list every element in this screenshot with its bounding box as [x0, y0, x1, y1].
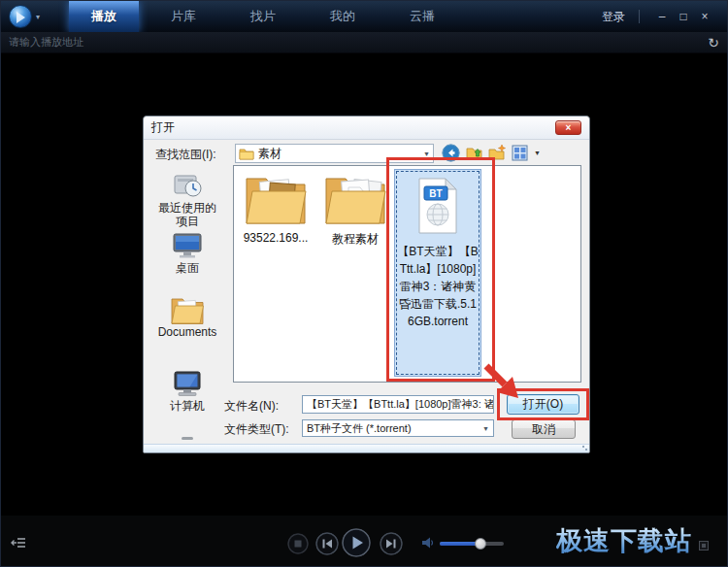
place-computer[interactable]: 计算机 [147, 369, 228, 413]
computer-icon [171, 369, 204, 398]
file-name-value: 【BT天堂】【BTtt.la】[1080p]雷神3: 诸 [307, 397, 494, 412]
app-logo-menu[interactable]: ▾ [1, 5, 55, 28]
volume-icon[interactable] [422, 537, 435, 549]
bt-badge-label: BT [429, 188, 442, 199]
topbar-right-controls: 登录 – □ × [602, 9, 727, 25]
tab-cloud[interactable]: 云播 [387, 1, 457, 32]
new-folder-icon[interactable] [488, 144, 507, 162]
desktop-icon [171, 231, 204, 260]
app-logo-icon [9, 5, 32, 28]
resize-grip[interactable] [581, 445, 587, 450]
places-scroll-hint [182, 437, 193, 440]
recent-items-icon [171, 169, 204, 200]
file-type-value: BT种子文件 (*.torrent) [307, 421, 412, 436]
minimize-button[interactable]: – [651, 10, 673, 23]
site-watermark: 极速下载站 [556, 523, 692, 558]
list-item-torrent-selected[interactable]: BT 【BT天堂】【BTtt.la】[1080p]雷神3：诸神黄昏迅雷下载.5.… [394, 169, 481, 377]
views-icon[interactable] [512, 145, 528, 161]
place-label: 最近使用的项目 [155, 201, 219, 228]
divider [639, 10, 640, 23]
file-name-label: 【BT天堂】【BTtt.la】[1080p]雷神3：诸神黄昏迅雷下载.5.16G… [397, 243, 479, 330]
place-desktop[interactable]: 桌面 [147, 231, 228, 275]
previous-button[interactable] [315, 532, 339, 555]
place-documents[interactable]: Documents [147, 295, 228, 339]
file-name-combobox[interactable]: 【BT天堂】【BTtt.la】[1080p]雷神3: 诸 ▼ [302, 395, 494, 414]
player-control-bar: 极速下载站 [1, 516, 727, 566]
cancel-button[interactable]: 取消 [512, 419, 576, 439]
place-recent-items[interactable]: 最近使用的项目 [147, 169, 228, 228]
tab-find[interactable]: 找片 [228, 1, 298, 32]
place-label: 桌面 [155, 261, 219, 275]
look-in-combobox[interactable]: 素材 ▼ [235, 144, 434, 163]
folder-icon [244, 172, 308, 226]
login-button[interactable]: 登录 [602, 9, 625, 25]
back-icon[interactable] [442, 144, 460, 162]
torrent-file-icon: BT [415, 178, 460, 234]
maximize-button[interactable]: □ [673, 10, 694, 23]
volume-slider[interactable] [440, 542, 504, 546]
top-navigation-bar: ▾ 播放 片库 找片 我的 云播 登录 – □ × [1, 1, 727, 32]
player-window: ▾ 播放 片库 找片 我的 云播 登录 – □ × 请输入播放地址 ↻ 打开 ×… [0, 0, 728, 567]
file-name-label: 93522.169... [240, 231, 312, 245]
file-type-label: 文件类型(T): [224, 421, 289, 438]
file-list: 93522.169... 教程素材 [233, 165, 581, 383]
tab-mine[interactable]: 我的 [308, 1, 378, 32]
folder-icon [323, 172, 387, 226]
play-button[interactable] [342, 528, 371, 557]
look-in-label: 查找范围(I): [155, 147, 216, 163]
open-file-dialog: 打开 × 查找范围(I): 素材 ▼ [143, 116, 590, 453]
stop-button[interactable] [287, 533, 309, 554]
playback-address-bar: 请输入播放地址 ↻ [1, 32, 727, 53]
tab-library[interactable]: 片库 [149, 1, 218, 32]
next-button[interactable] [380, 532, 403, 555]
main-tabs: 播放 片库 找片 我的 云播 [69, 1, 467, 32]
file-name-label: 文件名(N): [224, 398, 279, 415]
open-button[interactable]: 打开(O) [507, 394, 579, 415]
documents-folder-icon [170, 295, 205, 324]
playlist-toggle-icon[interactable] [11, 537, 26, 549]
chevron-down-icon[interactable]: ▼ [423, 150, 430, 157]
place-label: 计算机 [155, 399, 219, 413]
look-in-value: 素材 [258, 146, 281, 162]
dialog-toolbar: ▼ [442, 144, 541, 162]
dialog-close-button[interactable]: × [555, 120, 581, 135]
folder-icon [239, 148, 254, 160]
places-bar: 最近使用的项目 桌面 Documents [147, 165, 228, 449]
volume-slider-thumb[interactable] [475, 538, 486, 550]
up-folder-icon[interactable] [465, 144, 483, 162]
dialog-status-strip [144, 444, 589, 452]
refresh-icon[interactable]: ↻ [708, 36, 719, 50]
file-name-label: 教程素材 [319, 231, 391, 248]
place-label: Documents [155, 325, 219, 339]
address-input[interactable]: 请输入播放地址 [9, 35, 708, 50]
watermark-corner-icon [699, 541, 709, 550]
dialog-titlebar[interactable]: 打开 × [144, 117, 589, 140]
list-item-folder[interactable]: 93522.169... [240, 172, 312, 245]
views-dropdown-caret-icon[interactable]: ▼ [534, 150, 541, 156]
close-button[interactable]: × [694, 10, 715, 23]
dialog-title: 打开 [151, 119, 175, 136]
look-in-row: 查找范围(I): 素材 ▼ [144, 143, 589, 164]
logo-dropdown-caret-icon[interactable]: ▾ [36, 13, 40, 21]
tab-play[interactable]: 播放 [69, 1, 139, 32]
list-item-folder[interactable]: 教程素材 [319, 172, 391, 248]
chevron-down-icon[interactable]: ▼ [482, 425, 489, 432]
file-type-combobox[interactable]: BT种子文件 (*.torrent) ▼ [302, 419, 494, 437]
